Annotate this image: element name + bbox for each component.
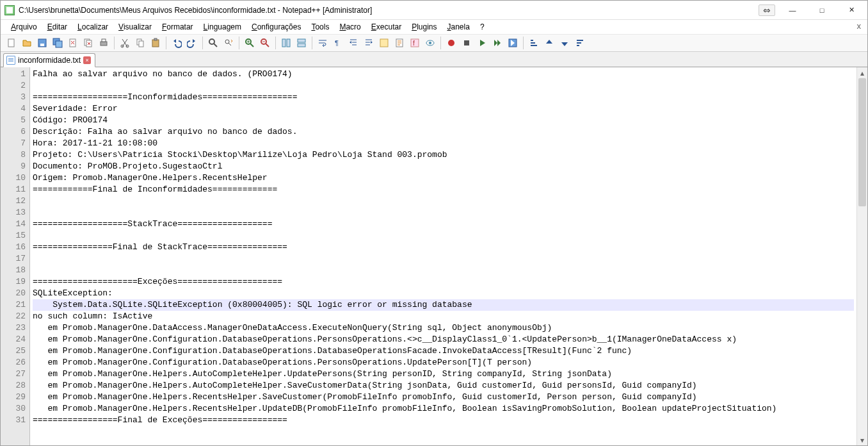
close-button[interactable]: ✕	[837, 1, 866, 20]
line-number: 21	[2, 299, 26, 311]
cut-button[interactable]	[118, 36, 132, 50]
doc-map-button[interactable]	[392, 36, 406, 50]
menu-tools[interactable]: Tools	[306, 21, 334, 33]
close-button[interactable]	[66, 36, 80, 50]
scroll-up-icon[interactable]: ▴	[857, 67, 867, 78]
menu-visualizar[interactable]: Visualizar	[113, 21, 157, 33]
code-line: System.Data.SQLite.SQLiteException (0x80…	[33, 299, 854, 311]
svg-rect-21	[287, 39, 290, 47]
code-line: =====================Exceções===========…	[33, 276, 854, 288]
svg-point-16	[209, 39, 214, 44]
menubar: ArquivoEditarLocalizarVisualizarFormatar…	[1, 20, 867, 34]
code-line: Falha ao salvar arquivo no banco de dado…	[33, 69, 854, 80]
menu-configuraes[interactable]: Configurações	[246, 21, 306, 33]
close-all-button[interactable]	[81, 36, 95, 50]
line-number: 29	[2, 392, 26, 403]
undo-button[interactable]	[170, 36, 184, 50]
redo-button[interactable]	[185, 36, 199, 50]
down-button[interactable]	[558, 36, 572, 50]
show-all-button[interactable]: ¶	[331, 36, 345, 50]
tabbar: inconformidade.txt ×	[1, 52, 867, 67]
paste-button[interactable]	[149, 36, 163, 50]
svg-rect-9	[102, 39, 106, 42]
code-area[interactable]: Falha ao salvar arquivo no banco de dado…	[30, 67, 856, 445]
folder-tree-button[interactable]	[377, 36, 391, 50]
code-line: em Promob.ManagerOne.Configuration.Datab…	[33, 345, 854, 357]
zoom-out-button[interactable]	[258, 36, 272, 50]
indent-guide-button[interactable]	[346, 36, 360, 50]
menu-plugins[interactable]: Plugins	[406, 21, 442, 33]
toolbar-separator	[523, 37, 524, 49]
print-button[interactable]	[97, 36, 111, 50]
menu-arquivo[interactable]: Arquivo	[6, 21, 42, 33]
code-line: em Promob.ManagerOne.Helpers.AutoComplet…	[33, 368, 854, 380]
minimize-button[interactable]: —	[778, 1, 807, 20]
menu-formatar[interactable]: Formatar	[157, 21, 198, 33]
zoom-in-button[interactable]	[243, 36, 257, 50]
sort-asc-button[interactable]	[527, 36, 541, 50]
svg-point-10	[121, 45, 124, 47]
svg-rect-0	[8, 39, 14, 47]
maximize-button[interactable]: □	[807, 1, 837, 20]
menu-localizar[interactable]: Localizar	[72, 21, 113, 33]
save-button[interactable]	[35, 36, 49, 50]
menu-editar[interactable]: Editar	[42, 21, 72, 33]
record-macro-button[interactable]	[444, 36, 458, 50]
copy-button[interactable]	[133, 36, 147, 50]
save-macro-button[interactable]	[506, 36, 520, 50]
code-line	[33, 265, 854, 276]
word-wrap-button[interactable]	[316, 36, 330, 50]
code-line: ================Final de StackTrace=====…	[33, 242, 854, 253]
code-line: Severidade: Error	[33, 103, 854, 115]
play-macro-button[interactable]	[475, 36, 489, 50]
line-number: 18	[2, 265, 26, 276]
menu-macro[interactable]: Macro	[334, 21, 366, 33]
play-multi-button[interactable]	[490, 36, 504, 50]
new-file-button[interactable]	[4, 36, 19, 50]
code-line: em Promob.ManagerOne.Configuration.Datab…	[33, 334, 854, 345]
menu-executar[interactable]: Executar	[366, 21, 406, 33]
code-line: Código: PRO0174	[33, 115, 854, 126]
window-controls: ⇔ — □ ✕	[759, 1, 866, 20]
code-line	[33, 230, 854, 242]
menu-[interactable]: ?	[475, 21, 490, 33]
editor: 1234567891011121314151617181920212223242…	[1, 67, 867, 445]
menu-linguagem[interactable]: Linguagem	[198, 21, 246, 33]
line-number: 20	[2, 288, 26, 299]
sync-h-button[interactable]	[294, 36, 309, 50]
line-number: 24	[2, 334, 26, 345]
svg-rect-15	[154, 38, 157, 40]
sort-desc-button[interactable]	[573, 36, 587, 50]
line-number: 2	[2, 80, 26, 92]
scroll-thumb[interactable]	[858, 78, 866, 206]
line-number: 7	[2, 138, 26, 149]
replace-button[interactable]	[221, 36, 236, 50]
code-line	[33, 207, 854, 219]
monitor-button[interactable]	[423, 36, 437, 50]
close-tab-icon[interactable]: ×	[83, 56, 91, 64]
sync-v-button[interactable]	[279, 36, 293, 50]
svg-point-31	[448, 40, 454, 46]
scroll-down-icon[interactable]: ▾	[857, 434, 867, 445]
svg-rect-23	[298, 44, 305, 47]
code-line: em Promob.ManagerOne.Helpers.RecentsHelp…	[33, 392, 854, 403]
line-number: 16	[2, 242, 26, 253]
up-button[interactable]	[542, 36, 556, 50]
code-line: Origem: Promob.ManagerOne.Helpers.Recent…	[33, 172, 854, 184]
svg-rect-13	[139, 41, 143, 47]
open-file-button[interactable]	[20, 36, 34, 50]
window-title: C:\Users\brunetta\Documents\Meus Arquivo…	[19, 6, 759, 15]
menu-janela[interactable]: Janela	[442, 21, 475, 33]
stop-macro-button[interactable]	[460, 36, 474, 50]
find-button[interactable]	[206, 36, 220, 50]
outdent-guide-button[interactable]	[362, 36, 376, 50]
vertical-scrollbar[interactable]: ▴ ▾	[856, 67, 867, 445]
menubar-close-icon[interactable]: x	[857, 21, 862, 31]
active-tab[interactable]: inconformidade.txt ×	[3, 53, 95, 67]
code-line: ============Final de Inconformidades====…	[33, 184, 854, 195]
save-all-button[interactable]	[51, 36, 65, 50]
func-list-button[interactable]: f	[408, 36, 422, 50]
tab-filename: inconformidade.txt	[18, 56, 81, 65]
toolbar-separator	[114, 37, 115, 49]
resize-grip-icon[interactable]: ⇔	[759, 4, 775, 16]
